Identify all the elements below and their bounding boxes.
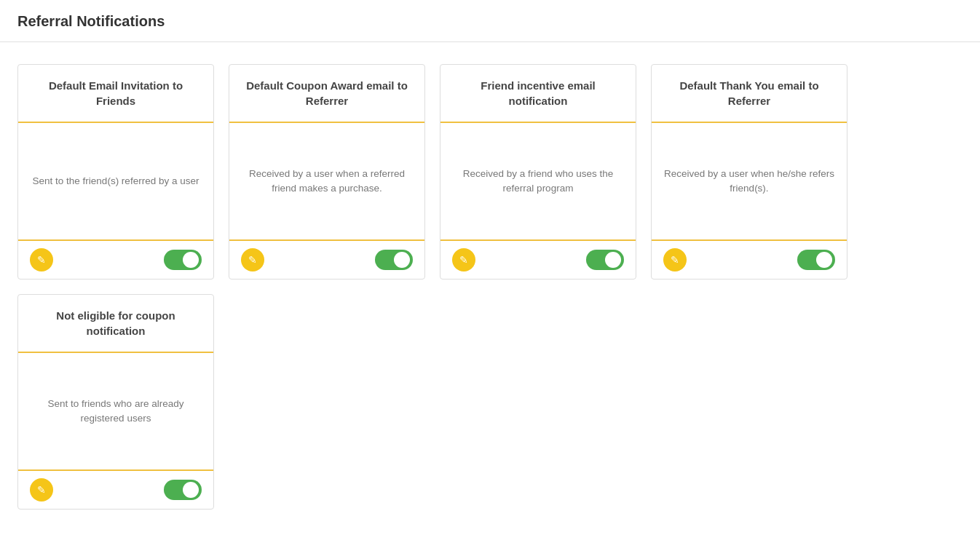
card-footer: ✎ (229, 239, 424, 279)
card-footer: ✎ (440, 239, 636, 279)
card-footer: ✎ (18, 469, 213, 509)
notification-card: Default Thank You email to ReferrerRecei… (651, 64, 847, 280)
card-header: Default Coupon Award email to Referrer (229, 65, 424, 123)
card-body: Sent to friends who are already register… (18, 353, 213, 469)
pencil-icon: ✎ (37, 254, 46, 266)
card-description: Received by a user when a referred frien… (241, 167, 413, 197)
main-content: Default Email Invitation to FriendsSent … (0, 42, 980, 543)
card-footer: ✎ (18, 239, 213, 279)
edit-button[interactable]: ✎ (452, 248, 475, 272)
card-title: Default Coupon Award email to Referrer (241, 78, 413, 108)
card-title: Default Email Invitation to Friends (30, 78, 202, 108)
page-header: Referral Notifications (0, 0, 980, 42)
card-header: Default Thank You email to Referrer (652, 65, 847, 123)
toggle-slider (375, 250, 413, 270)
notification-card: Default Email Invitation to FriendsSent … (17, 64, 214, 280)
toggle-slider (164, 250, 202, 270)
edit-button[interactable]: ✎ (241, 248, 264, 272)
edit-button[interactable]: ✎ (30, 478, 53, 502)
toggle-switch[interactable] (164, 250, 202, 270)
cards-row-1: Default Email Invitation to FriendsSent … (17, 64, 963, 280)
card-header: Not eligible for coupon notification (18, 295, 213, 353)
pencil-icon: ✎ (248, 254, 257, 266)
card-title: Not eligible for coupon notification (30, 308, 202, 338)
card-header: Default Email Invitation to Friends (18, 65, 213, 123)
card-body: Sent to the friend(s) referred by a user (18, 123, 213, 239)
toggle-slider (797, 250, 835, 270)
cards-row-2: Not eligible for coupon notificationSent… (17, 294, 963, 510)
card-body: Received by a friend who uses the referr… (440, 123, 636, 239)
notification-card: Not eligible for coupon notificationSent… (17, 294, 214, 510)
card-header: Friend incentive email notification (440, 65, 636, 123)
pencil-icon: ✎ (459, 254, 468, 266)
toggle-slider (586, 250, 624, 270)
card-description: Received by a user when he/she refers fr… (663, 167, 835, 197)
card-description: Sent to the friend(s) referred by a user (33, 174, 199, 189)
card-body: Received by a user when a referred frien… (229, 123, 424, 239)
toggle-slider (164, 480, 202, 500)
card-description: Sent to friends who are already register… (30, 397, 202, 427)
page-title: Referral Notifications (17, 13, 963, 30)
toggle-switch[interactable] (164, 480, 202, 500)
edit-button[interactable]: ✎ (663, 248, 687, 272)
notification-card: Default Coupon Award email to ReferrerRe… (229, 64, 425, 280)
pencil-icon: ✎ (37, 484, 46, 496)
card-footer: ✎ (652, 239, 847, 279)
edit-button[interactable]: ✎ (30, 248, 53, 272)
pencil-icon: ✎ (671, 254, 679, 266)
card-body: Received by a user when he/she refers fr… (652, 123, 847, 239)
toggle-switch[interactable] (586, 250, 624, 270)
toggle-switch[interactable] (375, 250, 413, 270)
toggle-switch[interactable] (797, 250, 835, 270)
card-title: Friend incentive email notification (452, 78, 624, 108)
card-description: Received by a friend who uses the referr… (452, 167, 624, 197)
notification-card: Friend incentive email notificationRecei… (440, 64, 636, 280)
card-title: Default Thank You email to Referrer (663, 78, 835, 108)
